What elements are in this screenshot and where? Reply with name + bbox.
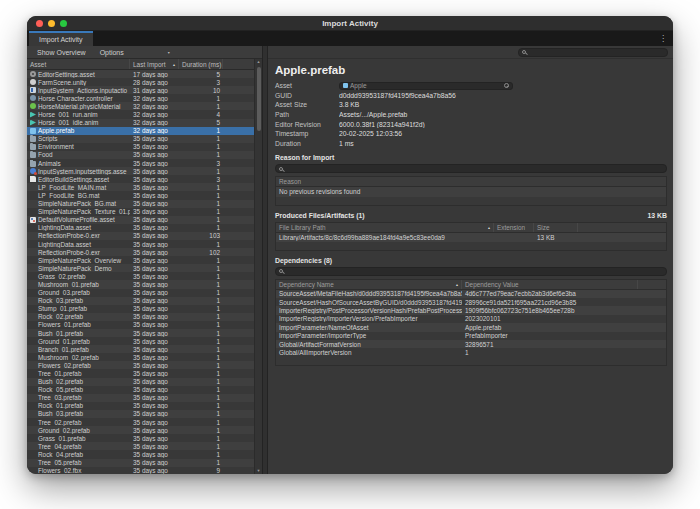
table-row[interactable]: LightingData.asset35 days ago1	[27, 224, 254, 232]
table-row[interactable]: Scripts35 days ago1	[27, 135, 254, 143]
options-button[interactable]: Options	[100, 49, 124, 56]
table-row[interactable]: InputSystem.inputsettings.asse35 days ag…	[27, 167, 254, 175]
table-row[interactable]: Tree_04.prefab35 days ago1	[27, 442, 254, 450]
table-row[interactable]: Bush_02.prefab35 days ago1	[27, 378, 254, 386]
table-row[interactable]: LP_FoodLite_MAIN.mat35 days ago1	[27, 183, 254, 191]
dependencies-search-input[interactable]	[285, 268, 663, 275]
table-row[interactable]: InputSystem_Actions.inputactio31 days ag…	[27, 86, 254, 94]
anim-icon	[30, 112, 36, 118]
column-header-reason[interactable]: Reason	[276, 177, 666, 186]
table-row[interactable]: FarmScene.unity28 days ago3	[27, 78, 254, 86]
table-row[interactable]: Bush_03.prefab35 days ago1	[27, 410, 254, 418]
dependency-value-cell: 1	[462, 349, 638, 356]
object-picker-icon[interactable]	[504, 83, 509, 88]
sort-indicator-icon: ▴	[456, 282, 458, 287]
table-row[interactable]: Branch_01.prefab35 days ago1	[27, 345, 254, 353]
table-row[interactable]: ImportParameter/ImporterTypePrefabImport…	[276, 332, 666, 340]
table-row[interactable]: Apple.prefab32 days ago1	[27, 127, 254, 135]
asset-table-header: Asset Last Import ▴ Duration (ms)	[27, 59, 254, 70]
table-row[interactable]: Mushroom_02.prefab35 days ago1	[27, 353, 254, 361]
table-row[interactable]: Stump_01.prefab35 days ago1	[27, 305, 254, 313]
table-row[interactable]: SimpleNaturePack_Texture_01.pn35 days ag…	[27, 208, 254, 216]
asset-object-field[interactable]: Apple	[339, 82, 513, 91]
sort-indicator-icon: ▴	[488, 225, 490, 230]
column-header-dependency-value[interactable]: Dependency Value	[462, 280, 638, 289]
column-header-file-library-path[interactable]: File Library Path ▴	[276, 223, 494, 232]
table-row[interactable]: Flowers_02.prefab35 days ago1	[27, 361, 254, 369]
asset-name: Horse_001_idle.anim	[38, 119, 98, 126]
table-row[interactable]: Ground_01.prefab35 days ago1	[27, 337, 254, 345]
field-rows: GUIDd0ddd93953187fd4195f9cea4a7b8a56Asse…	[275, 91, 667, 149]
table-row[interactable]: Rock_05.prefab35 days ago1	[27, 386, 254, 394]
table-row[interactable]: Global/AllImporterVersion1	[276, 348, 666, 356]
table-row[interactable]: Global/ArtifactFormatVersion32896571	[276, 340, 666, 348]
table-row[interactable]: Library/Artifacts/8c/8c6d99ba889ae184fd4…	[276, 233, 666, 241]
table-row[interactable]: Horse_001_run.anim32 days ago4	[27, 110, 254, 118]
table-row[interactable]: Ground_03.prefab35 days ago1	[27, 289, 254, 297]
table-row[interactable]: ImporterRegistry/PostProcessorVersionHas…	[276, 306, 666, 314]
column-header-extension[interactable]: Extension	[494, 223, 534, 232]
table-row[interactable]: DefaultVolumeProfile.asset35 days ago1	[27, 216, 254, 224]
table-row[interactable]: ReflectionProbe-0.exr35 days ago103	[27, 232, 254, 240]
table-row[interactable]: ImporterRegistry/ImporterVersion/PrefabI…	[276, 315, 666, 323]
table-row[interactable]: SimpleNaturePack_BG.mat35 days ago1	[27, 200, 254, 208]
folder-icon	[30, 152, 36, 158]
asset-name-cell: SimpleNaturePack_Texture_01.pn	[27, 208, 130, 215]
table-row[interactable]: Rock_03.prefab35 days ago1	[27, 297, 254, 305]
last-import-cell: 35 days ago	[130, 176, 179, 183]
scrollbar-thumb[interactable]	[257, 67, 261, 131]
table-row[interactable]: Flowers_01.prefab35 days ago1	[27, 321, 254, 329]
table-row[interactable]: Flowers_02.fbx35 days ago9	[27, 467, 254, 474]
table-row[interactable]: Environment35 days ago1	[27, 143, 254, 151]
column-header-duration[interactable]: Duration (ms)	[179, 59, 223, 69]
table-row[interactable]: Grass_01.prefab35 days ago1	[27, 434, 254, 442]
table-row[interactable]: Bush_01.prefab35 days ago1	[27, 329, 254, 337]
table-row[interactable]: Tree_02.prefab35 days ago1	[27, 418, 254, 426]
table-row[interactable]: Animals35 days ago3	[27, 159, 254, 167]
table-row[interactable]: Mushroom_01.prefab35 days ago1	[27, 280, 254, 288]
column-header-size[interactable]: Size	[534, 223, 578, 232]
dependencies-search-field[interactable]	[275, 267, 667, 276]
table-row[interactable]: Tree_03.prefab35 days ago1	[27, 394, 254, 402]
reason-search-input[interactable]	[285, 165, 663, 172]
document-icon	[30, 176, 36, 182]
table-row[interactable]: LightingData.asset35 days ago1	[27, 240, 254, 248]
table-row[interactable]: EditorBuildSettings.asset35 days ago3	[27, 175, 254, 183]
table-row[interactable]: SourceAsset/MetaFileHash/d0ddd93953187fd…	[276, 290, 666, 298]
table-row[interactable]: LP_FoodLite_BG.mat35 days ago1	[27, 191, 254, 199]
tab-import-activity[interactable]: Import Activity	[29, 31, 93, 46]
table-row[interactable]: Grass_02.prefab35 days ago1	[27, 272, 254, 280]
table-row[interactable]: ReflectionProbe-0.exr35 days ago102	[27, 248, 254, 256]
detail-search-input[interactable]	[528, 49, 664, 56]
table-row[interactable]: ImportParameter/NameOfAssetApple.prefab	[276, 323, 666, 331]
table-row[interactable]: Rock_04.prefab35 days ago1	[27, 450, 254, 458]
asset-name: FarmScene.unity	[38, 79, 86, 86]
table-row[interactable]: Ground_02.prefab35 days ago1	[27, 426, 254, 434]
column-header-asset[interactable]: Asset	[27, 59, 130, 69]
column-header-last-import[interactable]: Last Import ▴	[130, 59, 179, 69]
table-row[interactable]: SourceAsset/HashOfSourceAssetByGUID/d0dd…	[276, 298, 666, 306]
table-row[interactable]: SimpleNaturePack_Demo35 days ago1	[27, 264, 254, 272]
reason-search-field[interactable]	[275, 164, 667, 173]
asset-name: LightingData.asset	[38, 241, 91, 248]
detail-search-field[interactable]	[518, 48, 668, 57]
show-overview-button[interactable]: Show Overview	[37, 49, 86, 56]
table-row[interactable]: Rock_02.prefab35 days ago1	[27, 313, 254, 321]
kebab-menu-icon[interactable]: ⋮	[659, 31, 667, 46]
options-dropdown-icon[interactable]: ▾	[168, 50, 170, 55]
scroll-down-icon[interactable]: ▼	[257, 468, 261, 474]
table-row[interactable]: Tree_05.prefab35 days ago1	[27, 459, 254, 467]
table-row[interactable]: Rock_01.prefab35 days ago1	[27, 402, 254, 410]
table-row[interactable]: Horse Character.controller32 days ago1	[27, 94, 254, 102]
table-row[interactable]: Tree_01.prefab35 days ago1	[27, 369, 254, 377]
asset-name: Environment	[38, 143, 74, 150]
asset-list-scrollbar[interactable]: ▲ ▼	[254, 59, 262, 474]
table-row[interactable]: HorseMaterial.physicMaterial32 days ago1	[27, 102, 254, 110]
table-row[interactable]: EditorSettings.asset17 days ago5	[27, 70, 254, 78]
duration-cell: 1	[179, 289, 223, 296]
table-row[interactable]: SimpleNaturePack_Overview35 days ago1	[27, 256, 254, 264]
asset-name: SimpleNaturePack_Demo	[38, 265, 112, 272]
table-row[interactable]: Horse_001_idle.anim32 days ago5	[27, 119, 254, 127]
table-row[interactable]: Food35 days ago1	[27, 151, 254, 159]
column-header-dependency-name[interactable]: Dependency Name ▴	[276, 280, 462, 289]
